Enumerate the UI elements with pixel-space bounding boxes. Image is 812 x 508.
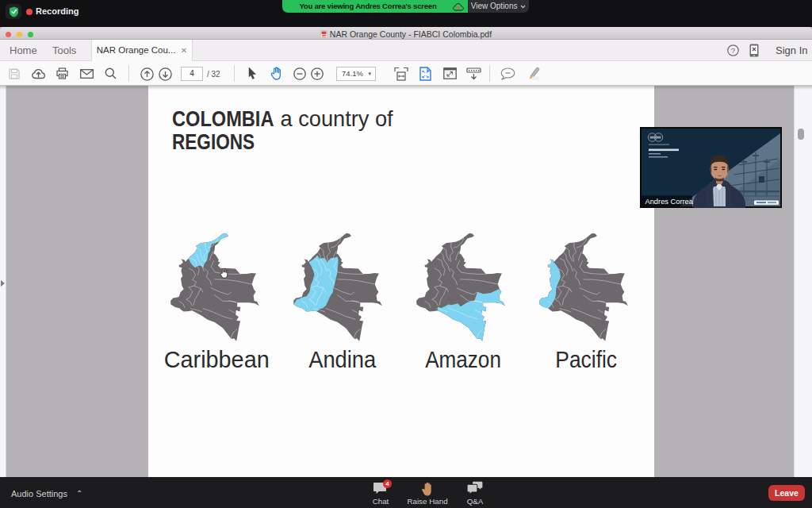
svg-text:?: ? (731, 46, 735, 55)
svg-text:Andres Correa: Andres Correa (645, 198, 694, 206)
